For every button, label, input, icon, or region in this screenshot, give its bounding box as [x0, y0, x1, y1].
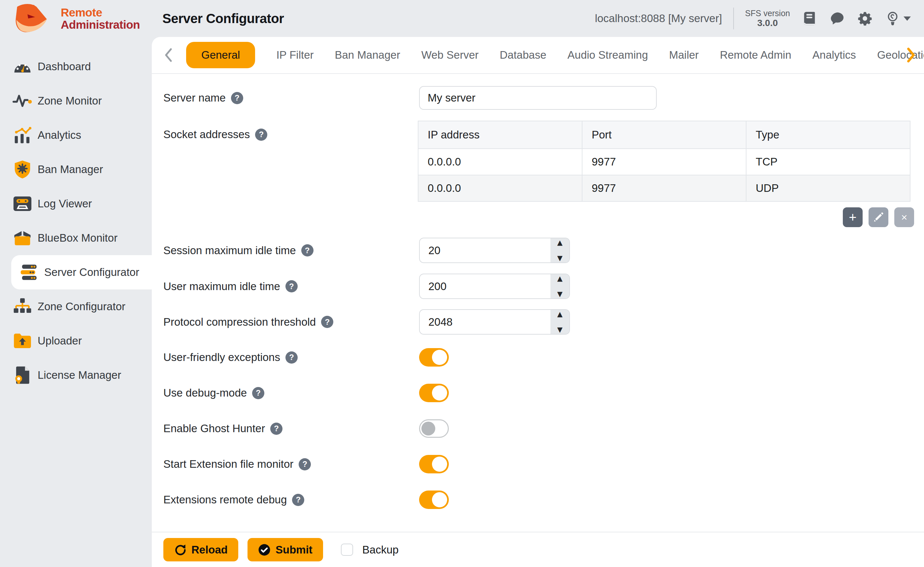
analytics-icon: [12, 124, 33, 146]
tab-analytics[interactable]: Analytics: [813, 49, 856, 62]
help-icon[interactable]: ?: [231, 92, 243, 104]
socket-table-actions: +×: [843, 207, 914, 227]
tab-remote-admin[interactable]: Remote Admin: [720, 49, 791, 62]
sidebar-item-server-configurator[interactable]: Server Configurator: [11, 255, 152, 290]
user-maximum-idle-time-row: User maximum idle time?▲▼: [152, 274, 924, 299]
sidebar-item-log-viewer[interactable]: Log Viewer: [0, 187, 152, 221]
help-icon[interactable]: ?: [270, 423, 283, 435]
tab-database[interactable]: Database: [500, 49, 546, 62]
sidebar-item-zone-monitor[interactable]: Zone Monitor: [0, 84, 152, 118]
session-maximum-idle-time-label: Session maximum idle time: [163, 244, 296, 257]
dashboard-icon: [12, 56, 33, 77]
app-logo[interactable]: Remote Administration: [11, 3, 140, 34]
edit-socket-button[interactable]: [868, 207, 888, 227]
uploader-icon: [12, 330, 33, 351]
tab-ban-manager[interactable]: Ban Manager: [335, 49, 400, 62]
settings-gear-icon[interactable]: [857, 10, 873, 27]
reload-button[interactable]: Reload: [163, 538, 238, 561]
delete-socket-button[interactable]: ×: [894, 207, 914, 227]
header-divider: [733, 8, 734, 29]
spinner-down-icon[interactable]: ▼: [557, 255, 562, 262]
logo-line2: Administration: [61, 18, 140, 31]
help-icon[interactable]: ?: [286, 280, 298, 292]
docs-book-icon[interactable]: [801, 10, 818, 27]
spinner-up-icon[interactable]: ▲: [557, 239, 562, 246]
socket-row[interactable]: 0.0.0.09977UDP: [418, 175, 910, 201]
spinner-down-icon[interactable]: ▼: [557, 291, 562, 298]
server-configurator-icon: [18, 262, 40, 283]
user-maximum-idle-time-input[interactable]: [420, 274, 548, 298]
sidebar-item-label: Server Configurator: [44, 266, 139, 279]
zone-configurator-icon: [12, 296, 33, 317]
sidebar: DashboardZone MonitorAnalyticsBan Manage…: [0, 37, 152, 567]
top-header: Remote Administration Server Configurato…: [0, 0, 924, 37]
sidebar-item-analytics[interactable]: Analytics: [0, 118, 152, 152]
sidebar-item-bluebox-monitor[interactable]: BlueBox Monitor: [0, 221, 152, 255]
submit-button[interactable]: Submit: [247, 538, 323, 561]
spinner-up-icon[interactable]: ▲: [557, 275, 562, 282]
use-debug-mode-toggle[interactable]: [419, 384, 449, 402]
zone-monitor-icon: [12, 90, 33, 111]
tabs-scroll-right-icon[interactable]: [906, 48, 916, 63]
protocol-compression-threshold-input[interactable]: [420, 310, 548, 334]
help-icon[interactable]: ?: [292, 494, 304, 506]
session-maximum-idle-time-spinner: ▲▼: [419, 238, 570, 263]
sidebar-item-zone-configurator[interactable]: Zone Configurator: [0, 290, 152, 324]
toggle-knob: [432, 492, 447, 507]
help-icon[interactable]: ?: [252, 387, 264, 399]
help-icon[interactable]: ?: [299, 458, 311, 470]
protocol-compression-threshold-label: Protocol compression threshold: [163, 316, 316, 328]
chat-bubble-icon[interactable]: [829, 10, 846, 27]
sidebar-item-label: Uploader: [38, 334, 82, 347]
add-socket-button[interactable]: +: [843, 207, 862, 227]
spinner-arrows: ▲▼: [551, 238, 569, 262]
help-icon[interactable]: ?: [301, 244, 313, 256]
tab-audio-streaming[interactable]: Audio Streaming: [567, 49, 648, 62]
server-name-input[interactable]: [419, 86, 657, 110]
app-logo-text: Remote Administration: [61, 6, 140, 31]
extensions-remote-debug-toggle[interactable]: [419, 490, 449, 509]
tab-web-server[interactable]: Web Server: [421, 49, 479, 62]
spinner-up-icon[interactable]: ▲: [557, 311, 562, 318]
user-friendly-exceptions-toggle[interactable]: [419, 348, 449, 367]
help-icon[interactable]: ?: [255, 129, 267, 141]
help-menu[interactable]: [884, 10, 911, 27]
sidebar-item-label: BlueBox Monitor: [38, 232, 117, 244]
toggle-knob: [432, 350, 447, 365]
socket-addresses-table-wrap: IP addressPortType 0.0.0.09977TCP0.0.0.0…: [418, 121, 910, 202]
enable-ghost-hunter-toggle[interactable]: [419, 419, 449, 438]
server-name-label: Server name: [163, 92, 226, 104]
session-maximum-idle-time-input[interactable]: [420, 238, 548, 262]
socket-row[interactable]: 0.0.0.09977TCP: [418, 148, 910, 175]
caret-down-icon[interactable]: [903, 16, 911, 21]
toggle-knob: [432, 386, 447, 400]
user-maximum-idle-time-label-wrap: User maximum idle time?: [163, 280, 298, 293]
spinner-down-icon[interactable]: ▼: [557, 326, 562, 333]
start-extension-file-monitor-toggle[interactable]: [419, 455, 449, 473]
help-icon[interactable]: ?: [321, 316, 333, 328]
sidebar-item-label: License Manager: [38, 369, 121, 381]
use-debug-mode-row: Use debug-mode?: [152, 383, 924, 403]
tab-geolocation-d[interactable]: Geolocation D: [877, 49, 924, 62]
tabs-scroll-left-icon[interactable]: [164, 48, 173, 62]
tab-general[interactable]: General: [186, 42, 255, 68]
socket-col-port: Port: [582, 121, 746, 148]
socket-cell: 9977: [582, 148, 746, 175]
help-lightbulb-icon[interactable]: [884, 10, 901, 27]
start-extension-file-monitor-label: Start Extension file monitor: [163, 458, 293, 470]
sidebar-item-uploader[interactable]: Uploader: [0, 324, 152, 358]
socket-col-ip-address: IP address: [418, 121, 582, 148]
header-right: localhost:8088 [My server] SFS version 3…: [595, 0, 911, 37]
sidebar-item-license-manager[interactable]: License Manager: [0, 358, 152, 392]
fox-logo-icon: [11, 3, 55, 34]
socket-addresses-label-wrap: Socket addresses ?: [163, 128, 267, 141]
help-icon[interactable]: ?: [286, 351, 298, 364]
tab-ip-filter[interactable]: IP Filter: [276, 49, 313, 62]
server-address: localhost:8088 [My server]: [595, 12, 722, 25]
tab-mailer[interactable]: Mailer: [669, 49, 699, 62]
spinner-arrows: ▲▼: [551, 310, 569, 334]
sidebar-item-dashboard[interactable]: Dashboard: [0, 50, 152, 84]
start-extension-file-monitor-row: Start Extension file monitor?: [152, 454, 924, 474]
backup-checkbox[interactable]: [341, 544, 353, 556]
sidebar-item-ban-manager[interactable]: Ban Manager: [0, 152, 152, 187]
